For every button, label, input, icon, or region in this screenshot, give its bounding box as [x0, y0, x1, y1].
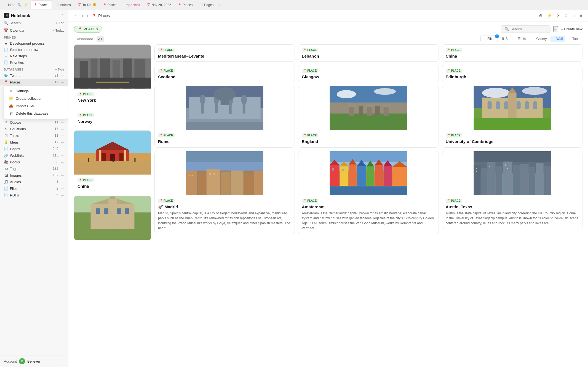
star-icon-top[interactable]: ⚡	[24, 3, 28, 7]
tweets-more[interactable]: ···	[61, 73, 64, 78]
card-med-levante[interactable]: 📍 PLACE Mediterranean–Levante	[154, 44, 295, 62]
svg-point-67	[374, 88, 396, 95]
quotes-more[interactable]: ···	[61, 120, 64, 125]
card-england[interactable]: 📍 PLACE England	[298, 86, 439, 148]
sidebar-item-priorities[interactable]: 📄 Priorities	[0, 59, 68, 66]
sidebar-item-tweets[interactable]: 🐦 Tweets 31 ···	[0, 72, 68, 79]
tasks-more[interactable]: ···	[61, 133, 64, 138]
images-more[interactable]: ···	[61, 173, 64, 177]
audios-more[interactable]: ···	[61, 180, 64, 184]
weblinks-more[interactable]: ···	[61, 153, 64, 158]
card-glasgow[interactable]: 📍 PLACE Glasgow	[298, 65, 439, 82]
card-rome[interactable]: 📍 PLACE Rome	[154, 86, 295, 148]
tags-more[interactable]: ···	[61, 166, 64, 171]
nav-prev-button[interactable]: ‹	[81, 13, 85, 19]
dropdown-import-csv[interactable]: 📥 Import CSV	[6, 102, 66, 110]
tab-add-button[interactable]: +	[218, 2, 221, 7]
dropdown-settings[interactable]: ⚙ Settings	[6, 87, 66, 95]
card-madrid[interactable]: 📍 PLACE 🚀 Madrid Madrid, Spain's central…	[154, 151, 295, 234]
tab-bar: ← Home 🔍 ⚡ 📍 Places 📄 Articles 📅 To-Do !…	[0, 0, 588, 10]
dropdown-delete-db[interactable]: 🗑 Delete this database	[6, 110, 66, 117]
sidebar-item-images[interactable]: 🖼 Images 187 ···	[0, 172, 68, 179]
sidebar-search[interactable]: 🔍 Search	[4, 21, 55, 25]
sidebar-item-calendar[interactable]: 📅 Calendar → Today	[0, 27, 68, 34]
svg-rect-20	[124, 150, 126, 161]
gallery-view-button[interactable]: ⊞ Gallery	[530, 36, 549, 42]
card-building[interactable]	[74, 196, 151, 240]
tab-all[interactable]: All	[97, 36, 104, 42]
sidebar-item-stuff[interactable]: 📄 Stuff for tomorrow	[0, 47, 68, 53]
tab-dashboard[interactable]: Dashboard	[74, 36, 95, 42]
card-scotland[interactable]: 📍 PLACE Scotland	[154, 65, 295, 82]
header-menu-icon[interactable]: ≡	[578, 12, 584, 19]
sidebar-item-tags[interactable]: 🏷 Tags 182 ···	[0, 165, 68, 172]
files-more[interactable]: ···	[61, 186, 64, 191]
tab-places2[interactable]: 📍 Places	[100, 1, 121, 9]
tab-places1[interactable]: 📍 Places	[31, 1, 52, 9]
dropdown-create-collection[interactable]: 📁 Create collection	[6, 95, 66, 102]
header-up-icon[interactable]: ↑	[572, 12, 577, 19]
sidebar-item-ideas[interactable]: 💡 Ideas 17 ···	[0, 139, 68, 145]
places-more[interactable]: ···	[61, 80, 64, 84]
card-lebanon[interactable]: 📍 PLACE Lebanon	[298, 44, 439, 62]
home-link[interactable]: ← Home	[2, 3, 15, 7]
databases-add-button[interactable]: + Type	[55, 68, 64, 71]
sidebar-item-books[interactable]: 📚 Books 8 ···	[0, 159, 68, 165]
sidebar-item-pdfs[interactable]: 📄 PDFs 5 ···	[0, 192, 68, 198]
header-moon-icon[interactable]: ☾	[563, 12, 570, 19]
places-badge[interactable]: 📍 PLACES	[74, 26, 102, 33]
header-scissors-icon[interactable]: ✂	[555, 12, 562, 19]
svg-rect-99	[342, 169, 344, 171]
card-norway[interactable]: 📍 PLACE Norway	[74, 110, 151, 127]
sidebar-item-audios[interactable]: 🎵 Audios 1 ···	[0, 179, 68, 185]
sidebar-item-quotes[interactable]: ❝ Quotes 11 ···	[0, 119, 68, 126]
tab-pages[interactable]: 📄 Pages	[196, 1, 217, 9]
tab-nov28[interactable]: 📅 Nov 28, 2022	[144, 1, 174, 9]
pages-more[interactable]: ···	[61, 147, 64, 151]
tags-count: 182	[53, 167, 58, 171]
sidebar-item-dev-process[interactable]: ■ Development process	[0, 40, 68, 47]
ideas-more[interactable]: ···	[61, 140, 64, 144]
nav-next-button[interactable]: ›	[86, 13, 90, 19]
today-button[interactable]: → Today	[51, 29, 64, 33]
nav-back-button[interactable]: ←	[73, 13, 79, 19]
card-new-york[interactable]: 📍 PLACE New York	[74, 44, 151, 106]
sidebar-item-next-steps[interactable]: → Next steps	[0, 53, 68, 59]
create-new-button[interactable]: + Create new	[561, 27, 582, 31]
sidebar-add-button[interactable]: + Add	[56, 21, 64, 25]
header-search-icon[interactable]: ⊕	[538, 12, 544, 19]
sidebar-item-files[interactable]: 📄 Files 2 ···	[0, 185, 68, 192]
sidebar-item-weblinks[interactable]: 🔗 Weblinks 115 ···	[0, 152, 68, 159]
card-austin[interactable]: 📍 PLACE Austin, Texas Austin is the stat…	[442, 151, 582, 229]
equations-more[interactable]: ···	[61, 127, 64, 131]
sidebar-item-tasks[interactable]: ☑ Tasks 11 ···	[0, 132, 68, 139]
card-china-temple[interactable]: 📍 PLACE China	[74, 130, 151, 192]
tab-todo[interactable]: 📅 To-Do !	[75, 1, 99, 9]
svg-rect-131	[476, 171, 477, 172]
filter-button[interactable]: ⊟ Filter 1	[480, 36, 498, 42]
svg-rect-84	[349, 164, 357, 187]
table-view-button[interactable]: ⊞ Table	[566, 36, 582, 42]
account-section[interactable]: Account B Believer ›	[0, 355, 68, 367]
card-china-small[interactable]: 📍 PLACE China	[442, 44, 582, 62]
card-cambridge[interactable]: 📍 PLACE University of Cambridge	[442, 86, 582, 148]
tab-important[interactable]: important	[121, 1, 143, 9]
search-icon-top[interactable]: 🔍	[17, 3, 22, 7]
sidebar-collapse-button[interactable]: ⌃	[61, 13, 64, 18]
dev-icon: ■	[4, 41, 8, 45]
places-more-button[interactable]: ···	[553, 26, 558, 32]
sidebar-item-places[interactable]: 📍 Places 17 ···	[0, 79, 68, 85]
pdfs-more[interactable]: ···	[61, 193, 64, 197]
list-view-button[interactable]: ☰ List	[515, 36, 529, 42]
card-edinburgh[interactable]: 📍 PLACE Edinburgh	[442, 65, 582, 82]
tab-places3[interactable]: 📍 Places	[175, 1, 196, 9]
sidebar-item-equations[interactable]: ∿ Equations 17 ···	[0, 126, 68, 132]
header-flash-icon[interactable]: ⚡	[546, 12, 554, 19]
sort-button[interactable]: ⇅ Sort	[499, 36, 514, 42]
sidebar-item-pages[interactable]: 📄 Pages 249 ···	[0, 145, 68, 152]
wall-view-button[interactable]: ⊟ Wall	[550, 36, 565, 42]
places-search-bar[interactable]: 🔍 Search	[501, 25, 550, 33]
tab-articles[interactable]: 📄 Articles	[52, 1, 74, 9]
card-amsterdam[interactable]: 📍 PLACE Amsterdam Amsterdam is the Nethe…	[298, 151, 439, 234]
books-more[interactable]: ···	[61, 160, 64, 164]
